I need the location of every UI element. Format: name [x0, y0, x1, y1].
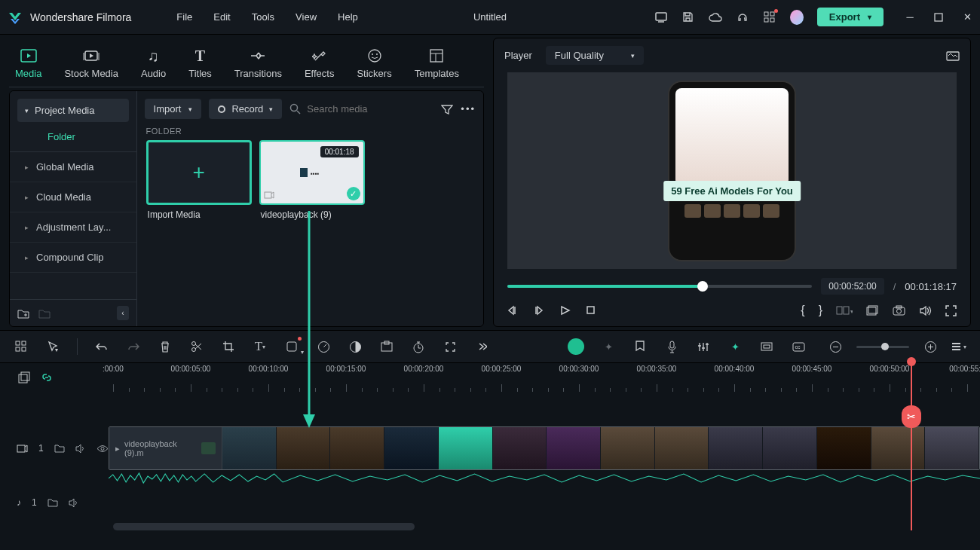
zoom-slider[interactable]: [856, 346, 909, 348]
text-button[interactable]: T▾: [253, 339, 268, 354]
menu-tools[interactable]: Tools: [252, 11, 274, 23]
ribbon-stickers[interactable]: Stickers: [351, 44, 397, 82]
device-icon[interactable]: [654, 11, 668, 24]
duration-button[interactable]: [411, 339, 426, 354]
undo-button[interactable]: [94, 339, 109, 354]
ribbon-templates[interactable]: Templates: [409, 44, 465, 82]
project-media-header[interactable]: ▾Project Media: [17, 99, 129, 122]
mark-out-button[interactable]: }: [819, 304, 822, 317]
split-button[interactable]: [189, 339, 204, 354]
redo-button[interactable]: [126, 339, 141, 354]
headset-icon[interactable]: [736, 11, 749, 24]
pointer-tool-icon[interactable]: ▾: [45, 339, 60, 354]
svg-marker-10: [90, 53, 93, 58]
player-tab[interactable]: Player: [504, 50, 532, 61]
snapshot-icon[interactable]: [946, 50, 960, 61]
playhead[interactable]: ✂: [911, 363, 912, 530]
sidebar-adjustment-layer[interactable]: ▸Adjustment Lay...: [10, 212, 136, 243]
keyframe-button[interactable]: ▾: [284, 339, 299, 354]
split-at-playhead-button[interactable]: ✂: [902, 405, 921, 428]
sidebar-cloud-media[interactable]: ▸Cloud Media: [10, 182, 136, 212]
svg-point-17: [291, 105, 298, 112]
video-clip-card[interactable]: 00:01:18 ▪▪▪▪ ✓ videoplayback (9): [259, 140, 365, 225]
scrub-bar[interactable]: [507, 285, 812, 288]
timeline-layers-icon[interactable]: [18, 371, 30, 383]
ai-button[interactable]: [568, 338, 584, 355]
menu-file[interactable]: File: [176, 11, 192, 23]
zoom-out-button[interactable]: [828, 339, 843, 354]
menu-view[interactable]: View: [296, 11, 317, 23]
snap-icon[interactable]: ✦: [727, 339, 743, 354]
clip-audio-waveform: [109, 472, 980, 485]
prev-frame-button[interactable]: [507, 305, 519, 316]
save-icon[interactable]: [681, 11, 695, 24]
crop-button[interactable]: [221, 339, 236, 354]
close-button[interactable]: ✕: [960, 11, 974, 24]
record-dropdown[interactable]: Record▾: [209, 99, 282, 119]
snapshot-button[interactable]: [893, 305, 905, 316]
select-tool-icon[interactable]: [14, 339, 29, 354]
maximize-button[interactable]: [932, 11, 945, 24]
sparkle-icon[interactable]: ✦: [601, 339, 616, 354]
track-folder-icon[interactable]: [54, 444, 65, 453]
display-mode-dropdown[interactable]: ▾: [836, 305, 853, 316]
ribbon-transitions[interactable]: Transitions: [228, 44, 288, 82]
preview-viewport[interactable]: 59 Free Ai Models For You: [507, 72, 957, 269]
zoom-in-button[interactable]: [923, 339, 938, 354]
ribbon-titles[interactable]: TTitles: [182, 44, 218, 82]
link-icon[interactable]: [759, 339, 774, 354]
menu-edit[interactable]: Edit: [213, 11, 230, 23]
folder-label[interactable]: Folder: [10, 122, 136, 152]
captions-icon[interactable]: cc: [791, 339, 806, 354]
next-frame-button[interactable]: [534, 305, 545, 316]
svg-rect-2: [764, 12, 768, 16]
expand-button[interactable]: [443, 339, 458, 354]
delete-button[interactable]: [158, 339, 173, 354]
color-button[interactable]: [348, 339, 363, 354]
avatar[interactable]: [790, 11, 804, 24]
timeline-horizontal-scrollbar[interactable]: [113, 523, 415, 530]
track-mute-icon[interactable]: [69, 498, 79, 508]
ribbon-media[interactable]: Media: [9, 44, 47, 82]
ribbon-stock[interactable]: Stock Media: [58, 44, 124, 82]
new-folder-icon[interactable]: [17, 308, 29, 319]
import-dropdown[interactable]: Import▾: [145, 99, 202, 119]
filter-icon[interactable]: [441, 104, 453, 115]
more-icon[interactable]: •••: [461, 103, 476, 115]
scrub-thumb[interactable]: [697, 281, 708, 292]
minimize-button[interactable]: ─: [903, 11, 917, 24]
svg-marker-23: [562, 307, 569, 314]
track-mute-icon[interactable]: [75, 444, 86, 454]
apps-icon[interactable]: [763, 11, 776, 24]
timeline-ruler[interactable]: :00:0000:00:05:0000:00:10:0000:00:15:000…: [98, 363, 980, 392]
marker-icon[interactable]: [632, 339, 648, 354]
search-input[interactable]: [307, 103, 433, 115]
play-button[interactable]: [560, 305, 571, 316]
export-button[interactable]: Export▾: [817, 8, 884, 26]
folder-section-header: FOLDER: [137, 127, 483, 140]
more-tools-button[interactable]: [474, 339, 489, 354]
speed-button[interactable]: [316, 339, 331, 354]
import-media-card[interactable]: + Import Media: [146, 140, 252, 225]
render-preview-icon[interactable]: [866, 305, 879, 316]
mask-button[interactable]: [379, 339, 394, 354]
sidebar-global-media[interactable]: ▸Global Media: [10, 152, 136, 182]
quality-dropdown[interactable]: Full Quality▾: [546, 46, 644, 65]
sidebar-compound-clip[interactable]: ▸Compound Clip: [10, 243, 136, 273]
audio-mixer-icon[interactable]: [696, 339, 711, 354]
ribbon-audio[interactable]: ♫Audio: [135, 44, 172, 82]
collapse-sidebar-button[interactable]: ‹: [117, 306, 128, 320]
timeline-link-icon[interactable]: [41, 371, 53, 383]
volume-icon[interactable]: [919, 305, 932, 316]
stop-button[interactable]: [586, 305, 596, 316]
track-folder-icon[interactable]: [47, 498, 58, 507]
cloud-icon[interactable]: [709, 11, 722, 24]
mark-in-button[interactable]: {: [801, 304, 804, 317]
video-clip[interactable]: ▸videoplayback (9).m: [109, 426, 980, 470]
ribbon-effects[interactable]: Effects: [299, 44, 341, 82]
mic-icon[interactable]: [664, 339, 679, 354]
folder-icon[interactable]: [38, 308, 51, 319]
menu-help[interactable]: Help: [338, 11, 358, 23]
fullscreen-button[interactable]: [945, 305, 957, 316]
view-options-icon[interactable]: ▾: [951, 339, 966, 354]
